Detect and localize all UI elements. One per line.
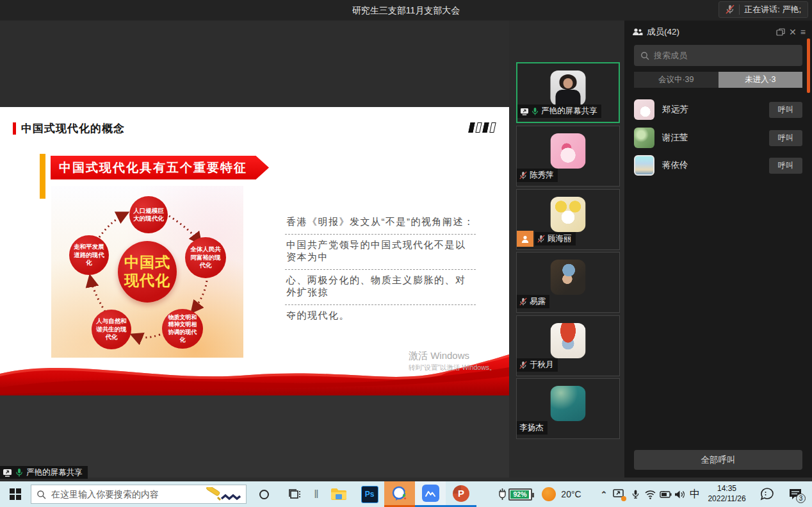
ime-indicator[interactable]: 中 — [686, 481, 703, 507]
taskbar-clock[interactable]: 14:35 2022/11/26 — [703, 481, 751, 507]
avatar — [551, 260, 586, 295]
windows-taskbar: ‖ Ps P 92% 20°C ⌃ — [0, 481, 812, 507]
participant-tile-yilu[interactable]: 易露 — [516, 252, 620, 313]
taskbar-search-box[interactable] — [31, 485, 247, 504]
participant-namebar: 顾海丽 — [535, 232, 576, 245]
tab-in-meeting[interactable]: 会议中·39 — [634, 72, 719, 88]
start-button[interactable] — [0, 481, 31, 507]
sogou-ime-tray-icon[interactable] — [754, 481, 780, 507]
mic-tray-icon[interactable] — [628, 481, 643, 507]
tray-overflow-chevron[interactable]: ⌃ — [597, 481, 611, 507]
diagram-node-peace: 走和平发展道路的现代化 — [69, 235, 109, 275]
close-icon[interactable]: ✕ — [789, 27, 797, 37]
share-source-text: 严艳的屏幕共享 — [26, 467, 83, 478]
battery-icon: 92% — [508, 488, 532, 501]
mic-muted-icon — [519, 361, 527, 370]
tab-not-joined[interactable]: 未进入·3 — [719, 72, 803, 88]
taskbar-search-input[interactable] — [51, 489, 199, 499]
members-panel-header: 成员(42) ✕ ≡ — [632, 26, 806, 38]
watermark-line2: 转到“设置”以激活 Windows。 — [409, 363, 496, 372]
paragraph-line: 中国共产党领导的中国式现代化不是以资本为中 — [285, 235, 476, 270]
meeting-app-icon — [391, 485, 409, 503]
diagram-node-nature: 人与自然和谐共生的现代化 — [92, 310, 131, 349]
member-search-box[interactable] — [634, 45, 802, 66]
participant-namebar: 于秋月 — [517, 358, 558, 372]
diagram-node-prosperity: 全体人民共同富裕的现代化 — [185, 237, 226, 278]
diagram-node-population: 人口规模巨大的现代化 — [129, 196, 168, 233]
member-search-input[interactable] — [654, 51, 796, 60]
battery-small-icon — [660, 491, 672, 498]
watermark-line1: 激活 Windows — [409, 350, 496, 362]
call-button[interactable]: 呼叫 — [769, 102, 802, 118]
search-icon — [640, 51, 649, 60]
diagram-node-civilization: 物质文明和精神文明相协调的现代化 — [162, 309, 203, 349]
speaking-indicator: 正在讲话: 严艳; — [719, 1, 808, 18]
center-node-line1: 中国式 — [124, 254, 170, 272]
member-name: 谢汪莹 — [662, 132, 761, 144]
mic-icon — [631, 489, 640, 500]
cortana-button[interactable] — [254, 481, 274, 507]
ppt-slide: 中国式现代化的概念 中国式现代化具有五个重要特征 — [0, 107, 509, 395]
participant-name: 李扬杰 — [519, 422, 544, 433]
meeting-titlebar: 研究生三支部11月支部大会 正在讲话: 严艳; — [0, 0, 812, 21]
windows-activation-watermark: 激活 Windows 转到“设置”以激活 Windows。 — [409, 350, 496, 372]
sun-icon — [542, 487, 556, 501]
avatar — [551, 133, 586, 169]
slide-banner: 中国式现代化具有五个重要特征 — [51, 156, 269, 179]
call-button[interactable]: 呼叫 — [769, 130, 802, 146]
divider — [739, 4, 740, 15]
plug-icon — [498, 488, 507, 501]
avatar — [551, 71, 586, 106]
slide-banner-text: 中国式现代化具有五个重要特征 — [51, 160, 247, 176]
docs-app-button[interactable] — [415, 481, 446, 507]
volume-tray-icon[interactable] — [671, 481, 688, 507]
speech-bubble-icon — [759, 487, 775, 501]
battery-status[interactable]: 92% — [494, 481, 535, 507]
paragraph-line: 香港《明报》发文从“不是”的视角阐述： — [285, 212, 476, 235]
folder-icon — [330, 487, 347, 501]
meeting-app-button-active[interactable] — [384, 481, 415, 507]
participant-tile-chenxiuping[interactable]: 陈秀萍 — [516, 126, 620, 187]
diagram-center-node: 中国式 现代化 — [118, 241, 177, 303]
powerpoint-button[interactable]: P — [446, 481, 476, 507]
participant-name: 严艳的屏幕共享 — [541, 106, 597, 117]
photoshop-button[interactable]: Ps — [359, 481, 380, 507]
wifi-icon — [644, 490, 656, 499]
powerpoint-icon: P — [453, 485, 469, 502]
search-icon — [37, 490, 46, 499]
wifi-tray-icon[interactable] — [642, 481, 658, 507]
mic-on-icon — [15, 468, 23, 478]
member-row: 谢汪莹 呼叫 — [634, 127, 802, 149]
popout-icon[interactable] — [776, 28, 785, 36]
participant-strip: 严艳的屏幕共享 陈秀萍 顾海丽 易露 — [509, 21, 624, 478]
taskbar-separator: ‖ — [312, 481, 321, 507]
notification-center-button[interactable]: 3 — [783, 481, 808, 507]
participant-namebar: 严艳的屏幕共享 — [517, 104, 601, 118]
menu-icon[interactable]: ≡ — [800, 27, 806, 37]
screen-share-icon — [520, 108, 529, 115]
avatar — [551, 197, 586, 232]
call-button[interactable]: 呼叫 — [769, 158, 802, 174]
banner-accent-bar — [40, 154, 45, 199]
participant-tile-yanyan[interactable]: 严艳的屏幕共享 — [516, 62, 620, 123]
participant-tile-liyangjie[interactable]: 李扬杰 — [516, 378, 620, 439]
pen-highlight-icon — [204, 487, 241, 501]
weather-widget[interactable]: 20°C — [539, 481, 584, 507]
task-view-button[interactable] — [284, 481, 305, 507]
cast-active-dot — [621, 496, 626, 501]
speaker-icon — [674, 490, 685, 499]
center-node-line2: 现代化 — [124, 272, 170, 290]
mic-muted-icon — [726, 4, 735, 15]
cast-tray-icon[interactable] — [611, 481, 628, 507]
participant-tile-yuqiuyue[interactable]: 于秋月 — [516, 315, 620, 376]
modernization-cycle-diagram: 中国式 现代化 人口规模巨大的现代化 全体人民共同富裕的现代化 物质文明和精神文… — [51, 186, 243, 358]
call-all-button[interactable]: 全部呼叫 — [634, 450, 802, 470]
mic-on-icon — [532, 107, 539, 116]
meeting-title: 研究生三支部11月支部大会 — [0, 0, 812, 21]
host-person-badge-icon — [517, 231, 533, 247]
participant-tile-guhaili[interactable]: 顾海丽 — [516, 189, 620, 250]
slide-heading: 中国式现代化的概念 — [13, 121, 125, 136]
member-name: 郑远芳 — [662, 104, 761, 115]
panel-scrollbar[interactable] — [807, 38, 810, 93]
file-explorer-button[interactable] — [328, 481, 350, 507]
